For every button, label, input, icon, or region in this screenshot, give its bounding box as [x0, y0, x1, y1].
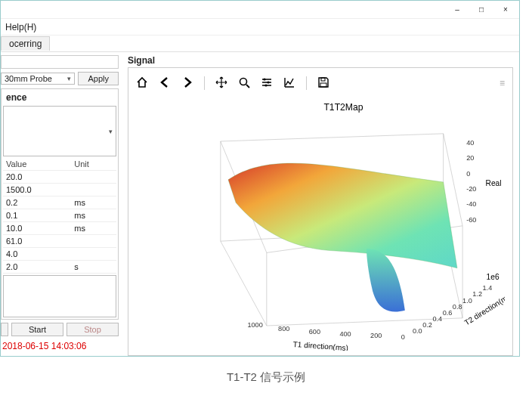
pan-icon[interactable] — [215, 76, 227, 91]
toolbar-more-icon[interactable]: ≡ — [500, 78, 505, 88]
svg-text:400: 400 — [339, 330, 351, 338]
col-value: Value — [3, 158, 71, 171]
svg-text:0.0: 0.0 — [413, 327, 422, 335]
table-row[interactable]: 20.0 — [3, 171, 116, 184]
surface — [228, 163, 457, 268]
x-axis-label: T1 direction(ms) — [292, 340, 348, 351]
svg-text:0: 0 — [401, 333, 405, 341]
probe-row: 30mm Probe Apply — [1, 72, 119, 85]
back-icon[interactable] — [159, 76, 171, 91]
z-axis-label: Real — [486, 179, 502, 187]
content: 30mm Probe Apply ence Value Unit 20.0 15… — [1, 52, 519, 356]
z-ticks: 40 20 0 -20 -40 -60 — [466, 139, 476, 224]
probe-select-value: 30mm Probe — [5, 74, 52, 83]
resize-grip-icon[interactable]: ↔ — [515, 352, 520, 357]
surface-dip — [367, 249, 405, 311]
signal-panel-wrap: Signal — [122, 52, 519, 356]
y-axis-scale: 1e6 — [487, 273, 500, 281]
svg-text:-40: -40 — [466, 200, 476, 208]
svg-text:1000: 1000 — [247, 321, 262, 329]
apply-button[interactable]: Apply — [78, 72, 119, 85]
svg-text:0: 0 — [466, 170, 470, 178]
left-panel: 30mm Probe Apply ence Value Unit 20.0 15… — [1, 52, 122, 356]
table-row[interactable]: 0.1ms — [3, 209, 116, 222]
chart-title: T1T2Map — [323, 102, 363, 113]
save-icon[interactable] — [317, 76, 329, 91]
svg-text:600: 600 — [309, 328, 320, 336]
run-row: Start Stop — [1, 323, 119, 336]
menu-help[interactable]: Help(H) — [5, 22, 36, 32]
sequence-select[interactable] — [3, 106, 116, 156]
plot-toolbar: ≡ — [136, 73, 505, 94]
signal-label: Signal — [128, 55, 513, 66]
titlebar: – □ × — [1, 1, 519, 19]
minimize-button[interactable]: – — [447, 3, 468, 17]
home-icon[interactable] — [136, 76, 148, 91]
probe-select[interactable]: 30mm Probe — [1, 73, 75, 85]
figure-caption: T1-T2 信号示例 — [0, 357, 532, 388]
status-timestamp: 2018-06-15 14:03:06 — [1, 339, 119, 353]
param-table: Value Unit 20.0 1500.0 0.2ms 0.1ms 10.0m… — [3, 158, 116, 274]
svg-point-3 — [267, 81, 269, 83]
sequence-group: ence Value Unit 20.0 1500.0 0.2ms 0.1ms … — [1, 88, 119, 320]
svg-text:1.0: 1.0 — [462, 297, 472, 305]
param-header: Value Unit — [3, 158, 116, 171]
table-row[interactable]: 10.0ms — [3, 222, 116, 235]
forward-icon[interactable] — [181, 76, 193, 91]
close-button[interactable]: × — [495, 3, 516, 17]
svg-line-1 — [246, 85, 249, 88]
col-unit: Unit — [71, 158, 116, 171]
toolbar-sep — [306, 76, 307, 90]
table-row[interactable]: 2.0s — [3, 261, 116, 274]
tab-processing[interactable]: ocerring — [1, 36, 50, 51]
table-row[interactable]: 4.0 — [3, 248, 116, 261]
prev-button[interactable] — [1, 323, 8, 336]
table-row[interactable]: 0.2ms — [3, 196, 116, 209]
axes-edit-icon[interactable] — [283, 76, 295, 91]
svg-point-4 — [264, 84, 267, 86]
plot-3d[interactable]: T1T2Map — [136, 94, 505, 351]
top-field[interactable] — [1, 55, 119, 69]
tabbar: ocerring — [1, 36, 519, 52]
svg-text:1.4: 1.4 — [483, 284, 493, 292]
configure-icon[interactable] — [261, 76, 273, 91]
app-window: – □ × Help(H) ocerring 30mm Probe Apply … — [0, 0, 520, 357]
zoom-icon[interactable] — [238, 76, 250, 91]
sequence-label: ence — [3, 91, 116, 104]
svg-text:1.2: 1.2 — [472, 290, 482, 298]
start-button[interactable]: Start — [11, 323, 63, 336]
plot-panel: ≡ T1T2Map — [128, 67, 513, 356]
svg-text:0.4: 0.4 — [432, 315, 442, 323]
log-box[interactable] — [3, 275, 116, 317]
menubar: Help(H) — [1, 19, 519, 36]
x-ticks: 1000 800 600 400 200 0 — [247, 321, 404, 341]
svg-text:0.8: 0.8 — [453, 303, 462, 311]
svg-point-0 — [240, 78, 247, 85]
svg-text:-20: -20 — [466, 185, 476, 193]
svg-text:0.2: 0.2 — [422, 321, 432, 329]
table-row[interactable]: 61.0 — [3, 235, 116, 248]
svg-rect-6 — [320, 83, 326, 87]
svg-text:20: 20 — [466, 154, 474, 162]
maximize-button[interactable]: □ — [471, 3, 492, 17]
toolbar-sep — [204, 76, 205, 90]
svg-text:40: 40 — [466, 139, 474, 147]
svg-point-2 — [263, 78, 265, 80]
svg-text:200: 200 — [370, 332, 382, 339]
svg-text:800: 800 — [278, 325, 289, 332]
svg-text:0.6: 0.6 — [443, 309, 453, 317]
svg-text:-60: -60 — [466, 216, 476, 224]
stop-button[interactable]: Stop — [66, 323, 119, 336]
table-row[interactable]: 1500.0 — [3, 184, 116, 196]
